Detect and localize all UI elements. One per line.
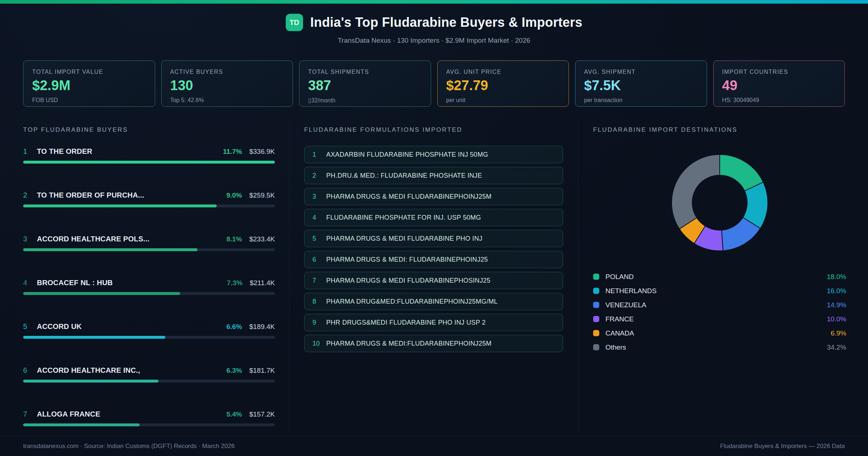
buyer-name: ACCORD UK xyxy=(37,322,221,331)
formulations-section-title: FLUDARABINE FORMULATIONS IMPORTED xyxy=(304,118,563,134)
formulation-name: PHARMA DRUGS & MEDI FLUDARABINEPHOSINJ25 xyxy=(326,277,490,284)
destinations-legend: POLAND 18.0% NETHERLANDS 16.0% VENEZUELA… xyxy=(593,270,846,354)
buyer-name: TO THE ORDER OF PURCHA... xyxy=(37,191,221,199)
stat-card-value: 49 xyxy=(722,79,836,92)
buyer-share-percent: 9.0% xyxy=(226,191,242,199)
formulation-name: PH.DRU.& MED.: FLUDARABINE PHOSHATE INJE xyxy=(326,172,482,180)
formulation-number: 8 xyxy=(312,298,326,305)
legend-country-label: VENEZUELA xyxy=(605,301,827,309)
buyer-share-percent: 11.7% xyxy=(223,148,242,156)
buyer-share-percent: 6.3% xyxy=(226,367,242,375)
formulation-chip[interactable]: 6 PHARMA DRUGS & MEDI: FLUDARABINEPHOINJ… xyxy=(304,251,563,268)
formulations-list: 1 AXADARBIN FLUDARABINE PHOSPHATE INJ 50… xyxy=(304,146,563,352)
buyer-rank: 7 xyxy=(23,410,31,418)
buyer-share-percent: 6.6% xyxy=(226,323,242,331)
legend-color-swatch xyxy=(593,344,599,350)
buyer-bar-fill xyxy=(23,423,140,426)
stat-card-subtext: ▯32/month xyxy=(308,97,422,104)
legend-color-swatch xyxy=(593,288,599,294)
stat-card: AVG. SHIPMENT $7.5K per transaction xyxy=(575,60,707,107)
buyer-share-percent: 5.4% xyxy=(226,410,242,418)
formulation-number: 6 xyxy=(312,256,326,263)
legend-country-label: FRANCE xyxy=(605,315,827,323)
buyer-bar-fill xyxy=(23,161,275,164)
formulation-name: PHARMA DRUGS & MEDI:FLUDARABINEPHOINJ25M xyxy=(326,340,492,347)
stat-card-value: $2.9M xyxy=(32,79,146,92)
buyer-rank: 6 xyxy=(23,366,31,375)
buyer-bar-track xyxy=(23,292,275,295)
buyer-rank: 4 xyxy=(23,279,31,287)
buyer-rank: 2 xyxy=(23,191,31,199)
formulation-chip[interactable]: 4 FLUDARABINE PHOSPHATE FOR INJ. USP 50M… xyxy=(304,209,563,226)
legend-percent-value: 14.9% xyxy=(827,301,846,309)
buyer-row[interactable]: 1 TO THE ORDER 11.7% $336.9K xyxy=(23,147,275,164)
stat-card: ACTIVE BUYERS 130 Top 5: 42.6% xyxy=(161,60,293,107)
stat-card-label: TOTAL IMPORT VALUE xyxy=(32,69,146,75)
legend-country-label: POLAND xyxy=(605,273,827,281)
buyer-row[interactable]: 4 BROCACEF NL : HUB 7.3% $211.4K xyxy=(23,279,275,295)
stat-card: TOTAL IMPORT VALUE $2.9M FOB USD xyxy=(23,60,155,107)
legend-percent-value: 6.9% xyxy=(831,329,846,337)
stat-card: IMPORT COUNTRIES 49 HS: 30049049 xyxy=(713,60,845,107)
buyer-value: $259.5K xyxy=(249,191,275,199)
buyer-row-line: 2 TO THE ORDER OF PURCHA... 9.0% $259.5K xyxy=(23,191,275,199)
stat-card-subtext: FOB USD xyxy=(32,97,146,104)
donut-slice-others xyxy=(672,155,720,229)
buyer-bar-fill xyxy=(23,380,158,383)
legend-color-swatch xyxy=(593,330,599,336)
buyer-name: ALLOGA FRANCE xyxy=(37,410,221,418)
stat-card: AVG. UNIT PRICE $27.79 per unit xyxy=(437,60,569,107)
stat-card: TOTAL SHIPMENTS 387 ▯32/month xyxy=(299,60,431,107)
legend-percent-value: 34.2% xyxy=(827,343,846,351)
top-accent-bar xyxy=(0,0,868,4)
formulation-name: AXADARBIN FLUDARABINE PHOSPHATE INJ 50MG xyxy=(326,151,488,159)
formulation-chip[interactable]: 1 AXADARBIN FLUDARABINE PHOSPHATE INJ 50… xyxy=(304,146,563,163)
formulation-number: 3 xyxy=(312,193,326,200)
buyer-value: $336.9K xyxy=(249,148,275,156)
formulation-chip[interactable]: 10 PHARMA DRUGS & MEDI:FLUDARABINEPHOINJ… xyxy=(304,335,563,352)
formulation-name: PHARMA DRUG&MED:FLUDARABINEPHOINJ25MG/ML xyxy=(326,298,498,305)
formulation-chip[interactable]: 3 PHARMA DRUGS & MEDI FLUDARABINEPHOINJ2… xyxy=(304,188,563,205)
formulation-name: PHARMA DRUGS & MEDI: FLUDARABINEPHOINJ25 xyxy=(326,256,488,263)
stat-card-label: AVG. UNIT PRICE xyxy=(446,69,560,75)
buyer-row-line: 7 ALLOGA FRANCE 5.4% $157.2K xyxy=(23,410,275,418)
formulation-number: 7 xyxy=(312,277,326,284)
formulation-chip[interactable]: 2 PH.DRU.& MED.: FLUDARABINE PHOSHATE IN… xyxy=(304,167,563,184)
buyer-rank: 5 xyxy=(23,322,31,331)
destinations-section-title: FLUDARABINE IMPORT DESTINATIONS xyxy=(593,118,846,134)
destinations-panel: FLUDARABINE IMPORT DESTINATIONS POLAND 1… xyxy=(579,118,868,435)
stat-card-value: $27.79 xyxy=(446,79,560,92)
legend-country-label: CANADA xyxy=(605,329,831,337)
legend-row: FRANCE 10.0% xyxy=(593,312,846,326)
footer: transdatanexus.com · Source: Indian Cust… xyxy=(0,436,868,456)
formulation-number: 9 xyxy=(312,319,326,326)
page-title: India's Top Fludarabine Buyers & Importe… xyxy=(310,15,582,30)
buyer-row[interactable]: 3 ACCORD HEALTHCARE POLS... 8.1% $233.4K xyxy=(23,235,275,251)
buyer-row-line: 3 ACCORD HEALTHCARE POLS... 8.1% $233.4K xyxy=(23,235,275,243)
donut-chart-wrap xyxy=(593,150,846,255)
formulation-chip[interactable]: 7 PHARMA DRUGS & MEDI FLUDARABINEPHOSINJ… xyxy=(304,272,563,289)
buyer-bar-fill xyxy=(23,248,197,251)
buyer-value: $157.2K xyxy=(249,410,275,418)
buyer-row[interactable]: 5 ACCORD UK 6.6% $189.4K xyxy=(23,322,275,339)
buyer-value: $181.7K xyxy=(249,367,275,375)
stats-row: TOTAL IMPORT VALUE $2.9M FOB USD ACTIVE … xyxy=(23,60,845,107)
formulation-chip[interactable]: 8 PHARMA DRUG&MED:FLUDARABINEPHOINJ25MG/… xyxy=(304,293,563,310)
buyer-name: ACCORD HEALTHCARE POLS... xyxy=(37,235,221,243)
main-content: TOP FLUDARABINE BUYERS 1 TO THE ORDER 11… xyxy=(0,118,868,435)
formulation-number: 4 xyxy=(312,214,326,221)
stat-card-value: 387 xyxy=(308,79,422,92)
legend-color-swatch xyxy=(593,274,599,280)
buyer-name: TO THE ORDER xyxy=(37,147,217,156)
formulation-chip[interactable]: 9 PHR DRUGS&MEDI FLUDARABINE PHO INJ USP… xyxy=(304,314,563,331)
buyer-row[interactable]: 2 TO THE ORDER OF PURCHA... 9.0% $259.5K xyxy=(23,191,275,207)
buyer-row-line: 5 ACCORD UK 6.6% $189.4K xyxy=(23,322,275,331)
buyer-row[interactable]: 6 ACCORD HEALTHCARE INC., 6.3% $181.7K xyxy=(23,366,275,383)
buyer-row[interactable]: 7 ALLOGA FRANCE 5.4% $157.2K xyxy=(23,410,275,426)
buyers-list: 1 TO THE ORDER 11.7% $336.9K 2 TO THE OR… xyxy=(23,147,275,426)
buyer-bar-fill xyxy=(23,204,217,207)
buyer-value: $233.4K xyxy=(249,235,275,243)
buyers-section-title: TOP FLUDARABINE BUYERS xyxy=(23,118,275,134)
formulation-chip[interactable]: 5 PHARMA DRUGS & MEDI FLUDARABINE PHO IN… xyxy=(304,230,563,247)
header: TD India's Top Fludarabine Buyers & Impo… xyxy=(0,4,868,45)
